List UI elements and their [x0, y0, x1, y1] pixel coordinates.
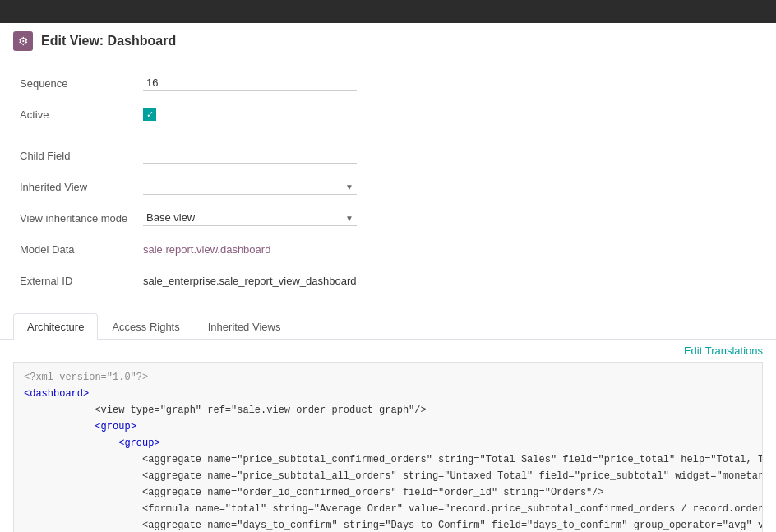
view-inheritance-mode-select-wrapper: Base view ▼	[143, 210, 357, 226]
code-line: <view type="graph" ref="sale.view_order_…	[14, 402, 762, 419]
model-data-label: Model Data	[20, 243, 143, 256]
header-icon-glyph: ⚙	[18, 35, 29, 48]
active-label: Active	[20, 109, 143, 121]
code-line: <aggregate name="order_id_confirmed_orde…	[14, 484, 762, 501]
code-line: <group>	[14, 419, 762, 435]
external-id-value: sale_enterprise.sale_report_view_dashboa…	[143, 275, 756, 287]
model-data-value: sale.report.view.dashboard	[143, 243, 756, 256]
tab-architecture[interactable]: Architecture	[13, 313, 98, 340]
child-field-label: Child Field	[20, 150, 143, 162]
inherited-view-select-wrapper: ▼	[143, 178, 357, 195]
active-checkbox[interactable]: ✓	[143, 108, 156, 121]
form-row-sequence: Sequence	[20, 72, 756, 95]
code-container: <?xml version="1.0"?><dashboard> <view t…	[13, 362, 763, 532]
code-line: <group>	[14, 435, 762, 451]
form-row-child-field: Child Field	[20, 144, 756, 167]
inherited-view-select[interactable]	[143, 178, 357, 195]
sequence-label: Sequence	[20, 77, 143, 90]
active-value: ✓	[143, 108, 756, 121]
page-header-icon: ⚙	[13, 31, 33, 51]
code-line: <formula name="total" string="Average Or…	[14, 501, 762, 517]
child-field-input[interactable]	[143, 147, 357, 164]
page-container: ⚙ Edit View: Dashboard Sequence Active ✓…	[0, 0, 776, 532]
code-scroll-area[interactable]: <?xml version="1.0"?><dashboard> <view t…	[14, 363, 762, 532]
sequence-value	[143, 75, 756, 91]
inherited-view-value: ▼	[143, 178, 756, 195]
tab-inherited-views[interactable]: Inherited Views	[194, 313, 295, 340]
view-inheritance-mode-label: View inheritance mode	[20, 212, 143, 224]
form-row-view-inheritance-mode: View inheritance mode Base view ▼	[20, 206, 756, 229]
view-inheritance-mode-select[interactable]: Base view	[143, 210, 357, 226]
edit-translations-link[interactable]: Edit Translations	[684, 345, 763, 357]
code-line: <aggregate name="price_subtotal_confirme…	[14, 451, 762, 468]
form-row-external-id: External ID sale_enterprise.sale_report_…	[20, 269, 756, 292]
code-line: <aggregate name="price_subtotal_all_orde…	[14, 468, 762, 484]
tab-access-rights[interactable]: Access Rights	[98, 313, 193, 340]
model-data-link[interactable]: sale.report.view.dashboard	[143, 243, 270, 256]
form-row-inherited-view: Inherited View ▼	[20, 175, 756, 198]
form-row-active: Active ✓	[20, 103, 756, 126]
view-inheritance-mode-value: Base view ▼	[143, 210, 756, 226]
code-line: <aggregate name="days_to_confirm" string…	[14, 517, 762, 532]
sequence-input[interactable]	[143, 75, 357, 91]
child-field-value	[143, 147, 756, 164]
form-row-model-data: Model Data sale.report.view.dashboard	[20, 238, 756, 261]
external-id-label: External ID	[20, 275, 143, 287]
code-line: <?xml version="1.0"?>	[14, 369, 762, 386]
page-header: ⚙ Edit View: Dashboard	[0, 23, 776, 58]
page-title: Edit View: Dashboard	[41, 34, 176, 49]
tabs-container: Architecture Access Rights Inherited Vie…	[0, 313, 776, 340]
top-bar	[0, 0, 776, 23]
code-line: <dashboard>	[14, 386, 762, 402]
code-toolbar: Edit Translations	[0, 340, 776, 362]
inherited-view-label: Inherited View	[20, 181, 143, 193]
form-area: Sequence Active ✓ Child Field Inherited …	[0, 58, 776, 313]
